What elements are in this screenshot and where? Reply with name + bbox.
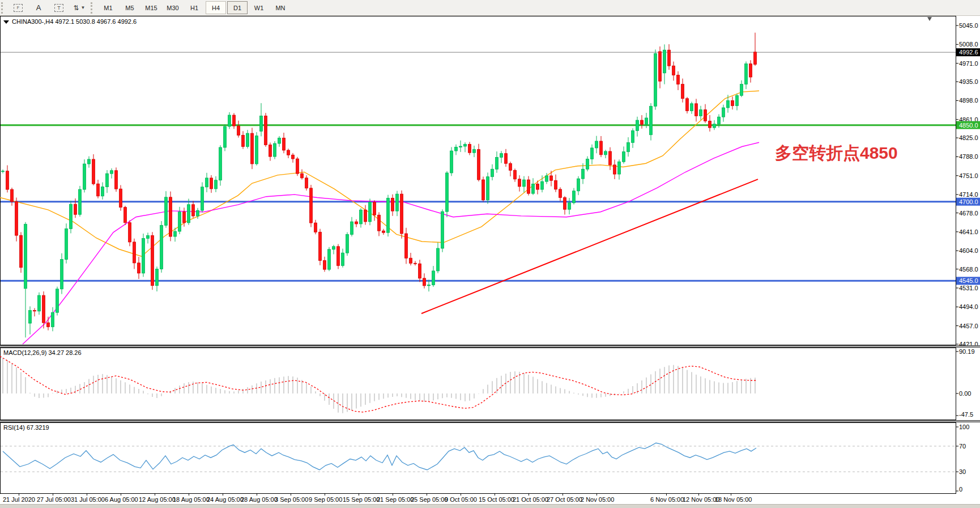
candle-body xyxy=(237,126,240,135)
candle-body xyxy=(568,203,571,209)
candle-body xyxy=(677,75,680,84)
candle-body xyxy=(97,184,100,196)
candle-body xyxy=(446,173,449,211)
time-tick xyxy=(257,494,257,496)
time-tick xyxy=(563,494,563,496)
candle-body xyxy=(101,187,104,196)
window-bottom-strip xyxy=(0,504,980,508)
time-label: 21 Sep 05:00 xyxy=(377,496,414,503)
chevron-down-icon: ▼ xyxy=(81,5,86,10)
candle-body xyxy=(274,143,276,156)
timeframe-button-m30[interactable]: M30 xyxy=(163,1,183,14)
candle-body xyxy=(188,205,190,223)
timeframe-button-w1[interactable]: W1 xyxy=(249,1,269,14)
candle-body xyxy=(192,205,195,216)
timeframe-button-mn[interactable]: MN xyxy=(270,1,291,14)
candle-body xyxy=(518,179,521,187)
candle-body xyxy=(500,154,503,158)
text-box-tool-button[interactable]: T xyxy=(49,1,69,14)
text-label-tool-button[interactable]: A xyxy=(29,1,48,14)
candle-body xyxy=(536,184,539,189)
time-label: 2 Nov 05:00 xyxy=(581,496,614,503)
candle-body xyxy=(559,189,562,198)
candle-body xyxy=(74,204,77,214)
plot-border xyxy=(1,348,956,420)
time-tick xyxy=(666,494,667,496)
time-label: 12 Aug 05:00 xyxy=(139,496,176,503)
candle-body xyxy=(242,136,245,147)
time-label: 21 Jul 2020 xyxy=(3,496,35,503)
candle-body xyxy=(323,261,326,270)
candle-body xyxy=(328,249,331,269)
candle-body xyxy=(215,180,218,189)
rsi-axis-label: 0 xyxy=(959,486,962,493)
candle-body xyxy=(206,178,208,187)
candle-body xyxy=(351,222,353,235)
macd-panel[interactable]: 90.190.00-47.5MACD(12,26,9) 34.27 28.26 xyxy=(0,348,980,420)
time-tick xyxy=(495,494,495,496)
mt4-chart-window: { "toolbar": { "tools": [ {"name":"grid-… xyxy=(0,0,980,508)
candle-body xyxy=(265,116,267,145)
annotation-text[interactable]: 多空转折点4850 xyxy=(775,143,898,162)
toolbar-drag-handle[interactable] xyxy=(91,2,96,14)
current-price-box-label: 4992.6 xyxy=(959,49,978,56)
timeframe-button-m1[interactable]: M1 xyxy=(98,1,118,14)
candle-body xyxy=(681,84,684,99)
candle-body xyxy=(641,120,644,124)
timeframe-button-d1[interactable]: D1 xyxy=(227,1,248,14)
candle-body xyxy=(459,146,462,147)
candle-body xyxy=(713,124,716,128)
candle-body xyxy=(582,169,585,179)
candle-body xyxy=(550,176,553,180)
rsi-label: RSI(14) 67.3219 xyxy=(3,424,49,431)
price-tick-label: 4971.0 xyxy=(959,60,978,67)
time-tick xyxy=(461,494,461,496)
candle-body xyxy=(251,133,254,164)
time-label: 18 Nov 05:00 xyxy=(715,496,752,503)
candle-body xyxy=(310,188,313,223)
candle-body xyxy=(283,138,286,150)
candle-body xyxy=(33,311,36,311)
time-label: 28 Aug 05:00 xyxy=(241,496,278,503)
candle-body xyxy=(115,171,118,189)
timeframe-button-h4[interactable]: H4 xyxy=(206,1,226,14)
candle-body xyxy=(455,147,458,151)
toolbar-drag-handle[interactable] xyxy=(1,2,7,14)
candle-body xyxy=(663,50,666,73)
rsi-panel[interactable]: 10070300RSI(14) 67.3219 xyxy=(0,422,980,494)
timeframe-button-m15[interactable]: M15 xyxy=(141,1,161,14)
candle-body xyxy=(654,54,657,107)
candle-body xyxy=(42,295,45,323)
timeframe-button-h1[interactable]: H1 xyxy=(184,1,204,14)
candle-body xyxy=(314,223,317,232)
candle-body xyxy=(287,150,290,155)
candle-body xyxy=(555,180,557,189)
cursor-tool-dropdown[interactable]: ⇅ ▼ xyxy=(70,1,89,14)
candle-body xyxy=(183,212,186,223)
plot-border xyxy=(1,423,956,494)
candle-body xyxy=(61,259,63,289)
candle-body xyxy=(24,224,27,288)
candle-body xyxy=(591,148,594,159)
time-axis[interactable]: 21 Jul 202027 Jul 05:0031 Jul 05:006 Aug… xyxy=(0,494,980,504)
rsi-axis-label: 30 xyxy=(959,468,966,475)
candle-body xyxy=(532,184,535,193)
toolbar: F A T ⇅ ▼ M1M5M15M30H1H4D1W1MN xyxy=(0,0,980,16)
grid-f-tool-button[interactable]: F xyxy=(8,1,28,14)
candle-body xyxy=(355,222,358,224)
candle-body xyxy=(224,126,227,147)
price-chart-panel[interactable]: 5045.05008.04971.04935.04898.04861.04825… xyxy=(0,16,980,345)
candle-body xyxy=(487,177,489,200)
candle-body xyxy=(523,180,526,187)
price-tick-label: 4751.0 xyxy=(959,172,978,179)
candle-body xyxy=(464,144,467,146)
candle-body xyxy=(120,189,122,207)
candle-body xyxy=(129,223,131,242)
price-tick-label: 4604.0 xyxy=(959,247,978,254)
price-tick-label: 5008.0 xyxy=(959,41,978,48)
timeframe-button-m5[interactable]: M5 xyxy=(120,1,140,14)
price-level-box-label: 4545.0 xyxy=(959,277,978,284)
candle-body xyxy=(600,141,603,155)
macd-axis-label: -47.5 xyxy=(959,411,973,418)
candle-body xyxy=(410,258,412,263)
